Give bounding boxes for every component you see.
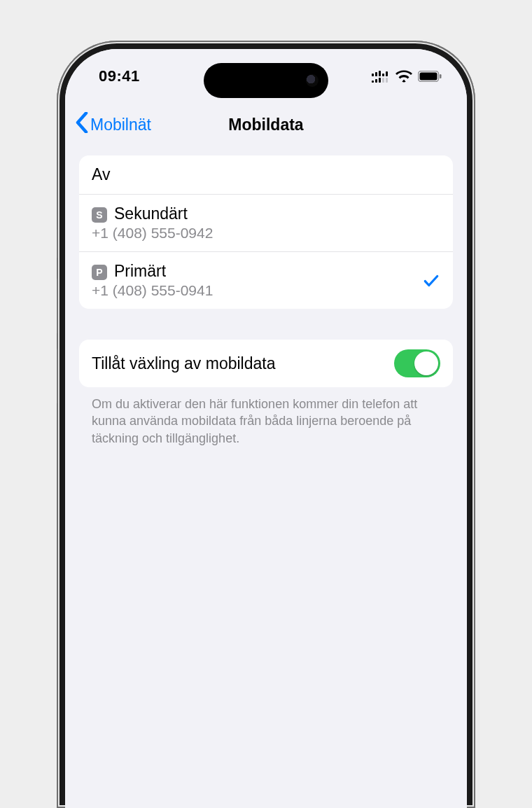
option-off-label: Av: [92, 165, 110, 184]
phone-frame: 09:41: [57, 41, 475, 808]
lines-group: Av S Sekundärt +1 (408) 555-0942 P: [79, 155, 453, 309]
side-button-silent: [57, 230, 57, 258]
svg-rect-0: [372, 74, 374, 76]
switching-group: Tillåt växling av mobildata: [79, 340, 453, 387]
svg-rect-11: [420, 73, 438, 81]
svg-rect-1: [375, 72, 377, 76]
sim-number-secondary: +1 (408) 555-0942: [92, 225, 213, 242]
svg-rect-5: [372, 81, 374, 83]
sim-name-primary: Primärt: [114, 262, 166, 281]
sim-name-secondary: Sekundärt: [114, 204, 188, 223]
svg-rect-7: [379, 78, 381, 83]
status-time: 09:41: [99, 67, 140, 85]
checkmark-icon: [422, 272, 440, 290]
screen: 09:41: [65, 49, 467, 808]
dual-sim-signal-icon: [372, 70, 390, 83]
svg-rect-6: [375, 79, 377, 83]
back-button[interactable]: Mobilnät: [75, 112, 151, 137]
battery-icon: [418, 71, 442, 82]
allow-switching-row: Tillåt växling av mobildata: [79, 340, 453, 387]
svg-rect-2: [379, 71, 381, 76]
chevron-left-icon: [75, 112, 89, 137]
side-button-volume-up: [57, 279, 57, 333]
sim-badge-primary: P: [92, 265, 107, 280]
option-primary[interactable]: P Primärt +1 (408) 555-0941: [79, 251, 453, 309]
svg-rect-4: [386, 71, 388, 76]
svg-rect-9: [386, 78, 388, 83]
page-title: Mobildata: [228, 116, 303, 134]
navigation-bar: Mobilnät Mobildata: [65, 104, 467, 146]
switching-footer: Om du aktiverar den här funktionen komme…: [79, 387, 453, 447]
allow-switching-label: Tillåt växling av mobildata: [92, 354, 276, 373]
wifi-icon: [396, 70, 412, 83]
side-button-volume-down: [57, 349, 57, 403]
svg-rect-3: [382, 74, 384, 76]
allow-switching-toggle[interactable]: [394, 349, 440, 377]
status-icons: [372, 70, 442, 83]
svg-rect-8: [382, 78, 384, 83]
content: Av S Sekundärt +1 (408) 555-0942 P: [65, 146, 467, 447]
dynamic-island: [204, 63, 328, 98]
option-off[interactable]: Av: [79, 155, 453, 194]
svg-rect-12: [440, 74, 442, 78]
sim-number-primary: +1 (408) 555-0941: [92, 282, 213, 299]
sim-badge-secondary: S: [92, 207, 107, 223]
toggle-knob: [414, 351, 438, 375]
back-label: Mobilnät: [90, 116, 151, 134]
option-secondary[interactable]: S Sekundärt +1 (408) 555-0942: [79, 194, 453, 251]
